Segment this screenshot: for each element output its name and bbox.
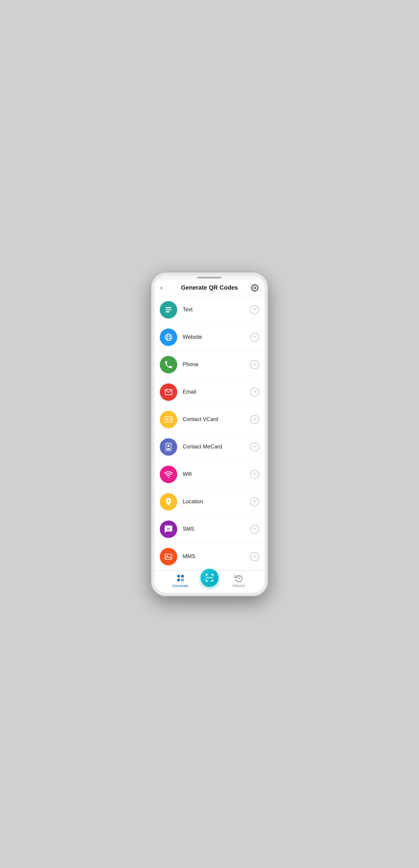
svg-point-10 <box>167 418 168 420</box>
back-button[interactable]: ‹ <box>160 284 170 292</box>
svg-point-15 <box>168 477 169 478</box>
add-text-button[interactable]: + <box>250 305 259 314</box>
add-phone-button[interactable]: + <box>250 360 259 369</box>
add-sms-button[interactable]: + <box>250 525 259 534</box>
nav-generate[interactable]: Generate <box>160 574 201 588</box>
email-icon-wrap <box>160 383 177 401</box>
item-label-location: Location <box>183 498 250 505</box>
gear-icon <box>251 284 259 292</box>
svg-rect-25 <box>183 579 184 580</box>
add-contact-vcard-button[interactable]: + <box>250 415 259 424</box>
history-icon <box>235 574 243 582</box>
list-item-sms[interactable]: SMS + <box>154 516 265 543</box>
mms-icon-wrap <box>160 548 177 565</box>
svg-rect-24 <box>181 579 182 580</box>
mecard-icon-wrap <box>160 438 177 456</box>
scan-button[interactable] <box>201 569 218 587</box>
svg-rect-3 <box>166 311 170 312</box>
wifi-icon-wrap <box>160 466 177 483</box>
page-title: Generate QR Codes <box>170 284 249 291</box>
vcard-icon-wrap <box>160 411 177 428</box>
svg-rect-9 <box>165 417 173 422</box>
svg-point-0 <box>254 287 256 289</box>
settings-button[interactable] <box>249 284 259 292</box>
list-item-website[interactable]: Website + <box>154 324 265 351</box>
item-label-website: Website <box>183 334 250 340</box>
bottom-nav: Generate History <box>154 570 265 593</box>
svg-rect-1 <box>166 307 172 308</box>
add-website-button[interactable]: + <box>250 333 259 342</box>
svg-rect-21 <box>177 575 180 577</box>
svg-rect-2 <box>166 309 172 310</box>
add-mms-button[interactable]: + <box>250 552 259 561</box>
location-icon-wrap <box>160 493 177 510</box>
notch-bar <box>154 276 265 280</box>
item-label-email: Email <box>183 389 250 395</box>
svg-point-4 <box>165 334 172 341</box>
svg-point-16 <box>168 500 170 501</box>
phone-frame: ‹ Generate QR Codes Text + Website + Pho… <box>151 272 268 596</box>
svg-rect-19 <box>165 554 172 559</box>
svg-rect-23 <box>177 579 180 581</box>
item-label-mms: MMS <box>183 553 250 560</box>
app-header: ‹ Generate QR Codes <box>154 280 265 296</box>
list-item-mms[interactable]: MMS + <box>154 543 265 570</box>
svg-rect-26 <box>181 580 182 581</box>
list-item-text[interactable]: Text + <box>154 296 265 324</box>
svg-point-5 <box>167 334 170 341</box>
text-icon-wrap <box>160 301 177 318</box>
item-label-contact-mecard: Contact MeCard <box>183 444 250 450</box>
list-item-contact-mecard[interactable]: Contact MeCard + <box>154 433 265 461</box>
svg-point-20 <box>167 555 168 556</box>
generate-label: Generate <box>172 584 188 588</box>
history-label: History <box>232 584 244 588</box>
svg-rect-28 <box>206 578 213 578</box>
list-item-location[interactable]: Location + <box>154 488 265 516</box>
add-wifi-button[interactable]: + <box>250 470 259 479</box>
item-label-phone: Phone <box>183 361 250 368</box>
svg-rect-27 <box>183 580 184 581</box>
list-item-wifi[interactable]: Wifi + <box>154 461 265 488</box>
notch <box>198 277 221 278</box>
qr-type-list: Text + Website + Phone + Email + Contact… <box>154 296 265 570</box>
item-label-wifi: Wifi <box>183 471 250 477</box>
scan-icon <box>205 573 214 582</box>
phone-icon-wrap <box>160 356 177 373</box>
list-item-phone[interactable]: Phone + <box>154 351 265 378</box>
item-label-sms: SMS <box>183 526 250 532</box>
item-label-contact-vcard: Contact VCard <box>183 416 250 423</box>
svg-point-14 <box>167 444 170 447</box>
list-item-email[interactable]: Email + <box>154 378 265 406</box>
item-label-text: Text <box>183 307 250 313</box>
svg-rect-22 <box>181 575 184 577</box>
list-item-contact-vcard[interactable]: Contact VCard + <box>154 406 265 433</box>
sms-icon-wrap <box>160 521 177 538</box>
nav-history[interactable]: History <box>218 574 259 588</box>
phone-inner: ‹ Generate QR Codes Text + Website + Pho… <box>154 276 265 593</box>
globe-icon-wrap <box>160 329 177 346</box>
generate-icon <box>176 574 185 582</box>
add-email-button[interactable]: + <box>250 388 259 397</box>
add-contact-mecard-button[interactable]: + <box>250 442 259 452</box>
add-location-button[interactable]: + <box>250 497 259 506</box>
